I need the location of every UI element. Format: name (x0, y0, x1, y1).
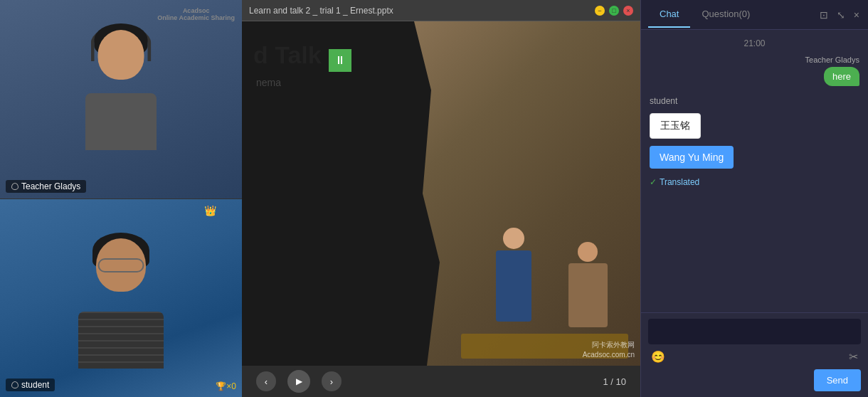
play-button[interactable]: ▶ (287, 370, 310, 393)
slide-photo-area: 阿卡索外教网 Acadsoc.com.cn (401, 21, 640, 366)
slide-area: d Talk ⏸ nema (242, 21, 640, 366)
chat-text-input[interactable] (654, 327, 855, 337)
translated-label: Translated (660, 177, 699, 187)
slide-controls: ‹ ▶ › 1 / 10 (242, 366, 640, 397)
student-stripes (78, 312, 164, 369)
teacher-label: Teacher Gladys (6, 180, 86, 193)
ink-splash-shape (401, 21, 465, 366)
teacher-video-bg: Acadsoc Online Academic Sharing (0, 0, 242, 198)
student-video-bg (0, 199, 242, 398)
window-controls[interactable]: − □ × (595, 6, 633, 16)
teacher-sender-label: Teacher Gladys (805, 55, 859, 64)
mic-icon (11, 183, 18, 190)
chat-input-bar (648, 319, 861, 344)
prev-slide-button[interactable]: ‹ (256, 371, 276, 391)
close-button[interactable]: × (623, 6, 633, 16)
close-tab-icon[interactable]: × (852, 8, 861, 22)
chat-tabs[interactable]: Chat Question(0) ⊡ ⤡ × (641, 0, 868, 30)
crown-icon: 👑 (204, 205, 216, 216)
teacher-message-bubble: here (824, 67, 859, 86)
slide-title-text: d Talk (253, 41, 322, 68)
teacher-head-shape (98, 30, 144, 80)
slide-content: d Talk ⏸ nema (242, 21, 640, 366)
slide-wrap: d Talk ⏸ nema (242, 21, 640, 366)
checkmark-icon: ✓ (650, 177, 657, 187)
smiley-tab-icon[interactable]: ⊡ (818, 8, 830, 22)
person-right-body (568, 263, 608, 327)
trophy-area: 🏆×0 (216, 381, 236, 391)
slide-black-bg (242, 21, 421, 366)
video-panel: Acadsoc Online Academic Sharing Teacher … (0, 0, 242, 397)
teacher-video-feed: Acadsoc Online Academic Sharing Teacher … (0, 0, 242, 199)
tab-icon-group[interactable]: ⊡ ⤡ × (818, 8, 861, 22)
student-mic-icon (11, 381, 18, 388)
presentation-panel: Learn and talk 2 _ trial 1 _ Ernest.pptx… (242, 0, 640, 397)
title-bar: Learn and talk 2 _ trial 1 _ Ernest.pptx… (242, 0, 640, 21)
tab-group[interactable]: Chat Question(0) (648, 1, 761, 28)
slide-subtitle-text: nema (256, 77, 281, 88)
chat-messages: 21:00 Teacher Gladys here student 王玉铭 Wa… (641, 30, 868, 312)
tab-chat[interactable]: Chat (648, 1, 690, 28)
person-right-head (578, 242, 598, 262)
teacher-message-group: Teacher Gladys here (650, 55, 859, 86)
chat-input-area: 😊 ✂ Send (641, 312, 868, 397)
emoji-button[interactable]: 😊 (651, 350, 665, 364)
person-left-body (496, 250, 531, 322)
slide-pause-badge: ⏸ (329, 49, 351, 72)
translated-message-bubble: Wang Yu Ming (650, 146, 734, 169)
slide-counter: 1 / 10 (603, 376, 626, 387)
student-video-feed: 👑 student 🏆×0 (0, 199, 242, 398)
student-body-shape (78, 312, 164, 369)
minimize-button[interactable]: − (595, 6, 605, 16)
chat-toolbar[interactable]: 😊 ✂ (648, 350, 861, 364)
scissors-button[interactable]: ✂ (849, 350, 858, 364)
maximize-button[interactable]: □ (609, 6, 619, 16)
student-section-label: student (650, 96, 859, 106)
acadsoc-watermark: Acadsoc Online Academic Sharing (157, 7, 235, 21)
chat-panel: Chat Question(0) ⊡ ⤡ × 21:00 Teacher Gla… (640, 0, 868, 397)
slide-person-right (559, 242, 616, 349)
slide-watermark: 阿卡索外教网 Acadsoc.com.cn (583, 340, 635, 360)
next-slide-button[interactable]: › (322, 371, 342, 391)
teacher-body-shape (85, 93, 157, 150)
chinese-message-bubble: 王玉铭 (650, 113, 701, 139)
slide-nav-controls[interactable]: ‹ ▶ › (256, 370, 342, 393)
chat-timestamp: 21:00 (650, 38, 859, 48)
slide-title-area: d Talk ⏸ (253, 41, 351, 72)
expand-tab-icon[interactable]: ⤡ (835, 8, 847, 22)
person-left-head (503, 228, 524, 249)
slide-person-left (485, 228, 542, 349)
presentation-title: Learn and talk 2 _ trial 1 _ Ernest.pptx (249, 6, 393, 16)
translated-badge: ✓ Translated (650, 177, 859, 187)
student-label: student (6, 379, 55, 391)
student-glasses-shape (98, 258, 144, 272)
send-button[interactable]: Send (814, 369, 861, 391)
tab-question[interactable]: Question(0) (690, 1, 761, 28)
